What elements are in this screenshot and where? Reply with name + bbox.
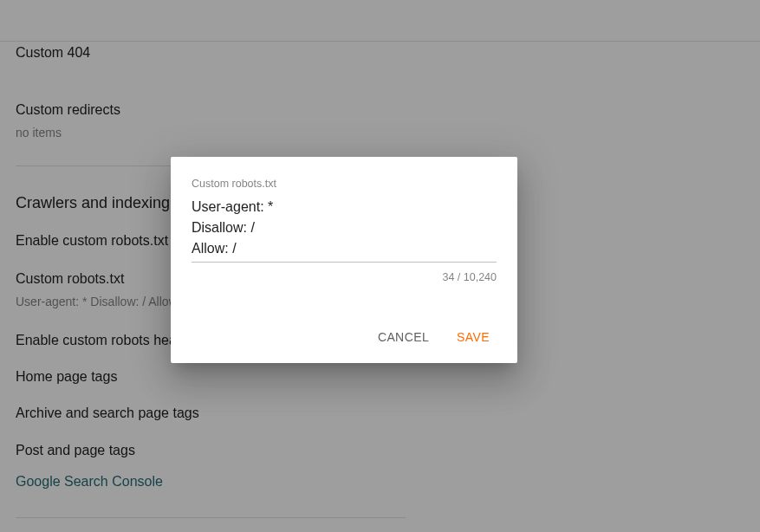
char-counter: 34 / 10,240	[192, 271, 497, 283]
field-label: Custom robots.txt	[192, 178, 497, 190]
save-button[interactable]: SAVE	[453, 325, 493, 349]
robots-txt-input[interactable]	[192, 197, 497, 263]
dialog-actions: CANCEL SAVE	[192, 325, 497, 349]
cancel-button[interactable]: CANCEL	[374, 325, 432, 349]
dialog-custom-robots: Custom robots.txt 34 / 10,240 CANCEL SAV…	[171, 157, 517, 363]
